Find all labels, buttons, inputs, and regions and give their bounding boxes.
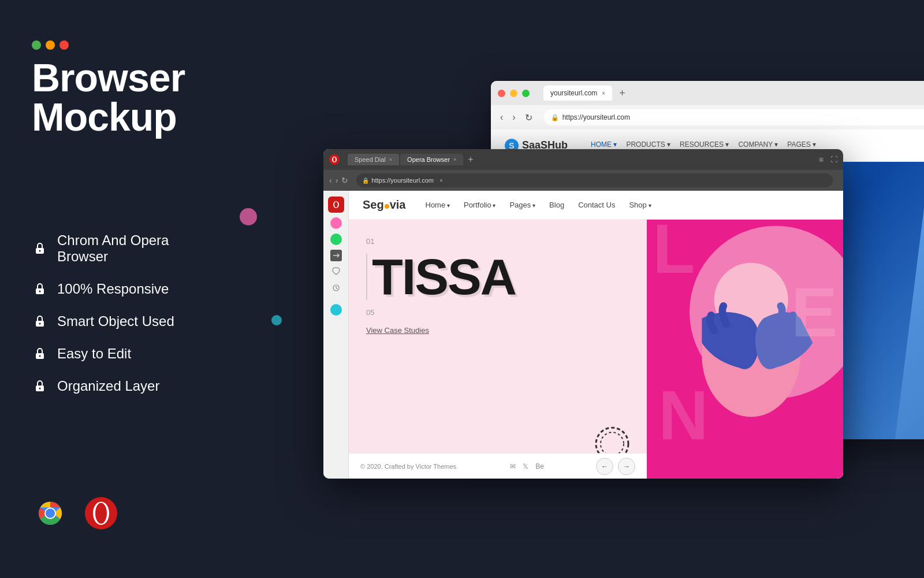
- brand-title-line1: Browser: [32, 55, 185, 99]
- opera-address-text: https://yoursiteurl.com: [371, 177, 434, 184]
- footer-email-icon[interactable]: ✉: [510, 462, 516, 470]
- back-address-bar[interactable]: 🔒 https://yoursiteurl.com: [544, 109, 924, 125]
- site-nav-pages[interactable]: Pages: [509, 201, 535, 209]
- footer-copyright: © 2020. Crafted by Victor Themes.: [360, 463, 458, 470]
- opera-tab2-label: Opera Browser: [407, 156, 450, 163]
- hero-title: TISSA: [372, 251, 516, 302]
- feature-item-easy-edit: Easy to Edit: [32, 346, 217, 362]
- sidebar-pink-dot[interactable]: [330, 217, 342, 229]
- back-newtab[interactable]: +: [619, 87, 625, 99]
- lock-icon-3: [32, 313, 48, 329]
- back-tab-close[interactable]: ×: [602, 90, 605, 97]
- sidebar-heart[interactable]: [330, 266, 342, 277]
- site-nav-contact[interactable]: Contact Us: [578, 201, 615, 209]
- svg-point-1: [39, 250, 41, 252]
- site-nav-blog[interactable]: Blog: [549, 201, 564, 209]
- opera-tab-browser[interactable]: Opera Browser ×: [400, 154, 463, 165]
- opera-nav-back[interactable]: ‹: [329, 176, 332, 185]
- feature-text-smart-object: Smart Object Used: [57, 313, 174, 329]
- sidebar-teal-dot[interactable]: [330, 304, 342, 316]
- opera-tab2-close[interactable]: ×: [453, 157, 456, 162]
- back-nav-forward[interactable]: ›: [510, 111, 517, 124]
- opera-lock-icon: 🔒: [362, 177, 369, 184]
- opera-hero: 01 TISSA 05 View Case Studies: [349, 220, 843, 479]
- footer-behance-icon[interactable]: Be: [535, 462, 544, 470]
- back-tab-label: yoursiteurl.com: [550, 89, 597, 97]
- sidebar-send[interactable]: [330, 250, 342, 261]
- svg-point-22: [601, 432, 624, 455]
- title-area: Browser Mockup: [32, 40, 217, 136]
- dot-green: [32, 40, 41, 50]
- opera-sidebar: [323, 191, 349, 479]
- opera-nav-refresh[interactable]: ↻: [341, 176, 348, 185]
- win-btn-green[interactable]: [522, 90, 530, 97]
- svg-point-15: [95, 503, 107, 524]
- footer-nav-prev[interactable]: ←: [596, 458, 613, 475]
- opera-tab1-close[interactable]: ×: [389, 157, 392, 162]
- svg-point-9: [39, 388, 41, 390]
- hero-cta[interactable]: View Case Studies: [366, 326, 629, 335]
- site-nav-shop[interactable]: Shop: [629, 201, 651, 209]
- opera-nav-forward[interactable]: ›: [336, 176, 338, 185]
- lock-icon-1: [32, 240, 48, 257]
- hero-vertical-line: [366, 254, 367, 300]
- footer-social: ✉ 𝕏 Be: [510, 462, 544, 470]
- left-panel: Browser Mockup Chrom And Opera Browser: [0, 0, 248, 578]
- opera-toolbar: ‹ › ↻ 🔒 https://yoursiteurl.com ×: [323, 170, 843, 191]
- opera-content: Segvia Home Portfolio Pages Blog Contact…: [349, 191, 843, 479]
- hero-number-top: 01: [366, 237, 629, 246]
- svg-point-12: [46, 509, 55, 518]
- site-nav-portfolio[interactable]: Portfolio: [464, 201, 495, 209]
- footer-nav-btns: ← →: [596, 458, 635, 475]
- win-btn-red[interactable]: [498, 90, 505, 97]
- hero-right: L E N: [647, 220, 843, 479]
- back-titlebar: yoursiteurl.com × +: [491, 81, 924, 105]
- segovia-dot: [385, 204, 389, 209]
- back-toolbar: ‹ › ↻ 🔒 https://yoursiteurl.com ☆ 👤 ⋮: [491, 105, 924, 129]
- hero-left: 01 TISSA 05 View Case Studies: [349, 220, 647, 479]
- hero-number-bottom: 05: [366, 308, 629, 317]
- segovia-logo: Segvia: [363, 198, 406, 212]
- letter-overlay-n: N: [658, 380, 709, 450]
- win-btn-yellow[interactable]: [510, 90, 517, 97]
- back-address-text: https://yoursiteurl.com: [562, 113, 630, 121]
- sidebar-history[interactable]: [330, 282, 342, 294]
- feature-item-chrome-opera: Chrom And Opera Browser: [32, 232, 217, 265]
- dot-orange: [46, 40, 55, 50]
- back-tab[interactable]: yoursiteurl.com ×: [543, 86, 612, 101]
- back-nav-refresh[interactable]: ↻: [523, 111, 535, 124]
- lock-icon-5: [32, 378, 48, 394]
- back-nav-back[interactable]: ‹: [498, 111, 505, 124]
- footer-nav-next[interactable]: →: [618, 458, 635, 475]
- feature-text-chrome-opera: Chrom And Opera Browser: [57, 232, 217, 265]
- sidebar-opera-icon[interactable]: [328, 197, 344, 213]
- svg-point-7: [39, 355, 41, 357]
- lock-icon-4: [32, 346, 48, 362]
- chrome-hero-decoration: [895, 162, 924, 439]
- opera-titlebar-settings[interactable]: ≡: [817, 155, 826, 164]
- opera-expand-icon[interactable]: ⛶: [830, 155, 837, 164]
- feature-text-easy-edit: Easy to Edit: [57, 346, 131, 362]
- sidebar-whatsapp[interactable]: [330, 234, 342, 245]
- feature-item-smart-object: Smart Object Used: [32, 313, 217, 329]
- feature-item-organized: Organized Layer: [32, 378, 217, 394]
- opera-address-bar[interactable]: 🔒 https://yoursiteurl.com ×: [356, 173, 833, 187]
- opera-address-tab-close[interactable]: ×: [439, 177, 443, 184]
- footer-twitter-icon[interactable]: 𝕏: [523, 462, 528, 470]
- feature-text-organized: Organized Layer: [57, 378, 159, 394]
- opera-tab-speed-dial[interactable]: Speed Dial ×: [348, 154, 399, 165]
- site-nav-home[interactable]: Home: [426, 201, 450, 209]
- opera-newtab[interactable]: +: [464, 154, 476, 165]
- opera-tab1-label: Speed Dial: [355, 156, 386, 163]
- opera-logo-small: [329, 154, 340, 165]
- svg-point-5: [39, 323, 41, 325]
- opera-titlebar: Speed Dial × Opera Browser × + ≡ ⛶: [323, 149, 843, 170]
- title-dots: [32, 40, 217, 50]
- back-lock-icon: 🔒: [551, 114, 559, 121]
- brand-title: Browser Mockup: [32, 58, 217, 136]
- right-panel: yoursiteurl.com × + ‹ › ↻ 🔒 https://your…: [248, 0, 924, 578]
- opera-tabs: Speed Dial × Opera Browser × +: [348, 154, 477, 165]
- opera-footer: © 2020. Crafted by Victor Themes. ✉ 𝕏 Be…: [349, 453, 647, 479]
- brand-title-line2: Mockup: [32, 95, 177, 139]
- svg-point-3: [39, 291, 41, 292]
